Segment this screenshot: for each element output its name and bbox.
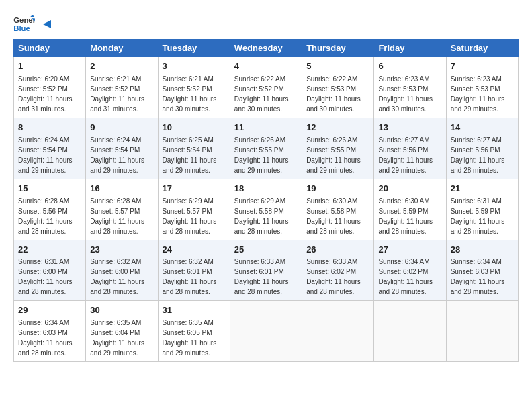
day-info: Sunrise: 6:26 AM Sunset: 5:55 PM Dayligh…	[306, 135, 369, 175]
day-info: Sunrise: 6:33 AM Sunset: 6:01 PM Dayligh…	[234, 257, 298, 297]
day-number: 21	[451, 183, 514, 195]
calendar-cell: 10Sunrise: 6:25 AM Sunset: 5:54 PM Dayli…	[158, 118, 230, 179]
day-info: Sunrise: 6:25 AM Sunset: 5:54 PM Dayligh…	[163, 135, 226, 175]
day-info: Sunrise: 6:23 AM Sunset: 5:53 PM Dayligh…	[378, 74, 441, 114]
day-info: Sunrise: 6:24 AM Sunset: 5:54 PM Dayligh…	[18, 135, 81, 175]
calendar-week-row: 1Sunrise: 6:20 AM Sunset: 5:52 PM Daylig…	[14, 57, 519, 118]
calendar-cell: 29Sunrise: 6:34 AM Sunset: 6:03 PM Dayli…	[14, 301, 86, 362]
day-info: Sunrise: 6:34 AM Sunset: 6:02 PM Dayligh…	[378, 257, 441, 297]
day-number: 18	[234, 183, 298, 195]
day-number: 4	[234, 60, 298, 73]
day-info: Sunrise: 6:29 AM Sunset: 5:58 PM Dayligh…	[234, 196, 298, 236]
day-number: 26	[306, 244, 369, 257]
calendar-week-row: 22Sunrise: 6:31 AM Sunset: 6:00 PM Dayli…	[14, 240, 519, 301]
calendar-cell: 31Sunrise: 6:35 AM Sunset: 6:05 PM Dayli…	[158, 301, 230, 362]
col-header-saturday: Saturday	[446, 40, 518, 57]
calendar-week-row: 8Sunrise: 6:24 AM Sunset: 5:54 PM Daylig…	[14, 118, 519, 179]
svg-text:General: General	[13, 16, 35, 24]
calendar-cell: 6Sunrise: 6:23 AM Sunset: 5:53 PM Daylig…	[374, 57, 446, 118]
day-info: Sunrise: 6:27 AM Sunset: 5:56 PM Dayligh…	[451, 135, 514, 175]
day-number: 8	[18, 122, 81, 134]
calendar-cell: 3Sunrise: 6:21 AM Sunset: 5:52 PM Daylig…	[158, 57, 230, 118]
day-number: 28	[451, 244, 514, 257]
calendar-cell: 22Sunrise: 6:31 AM Sunset: 6:00 PM Dayli…	[14, 240, 86, 301]
logo-chevron-icon	[40, 17, 54, 31]
calendar-cell: 12Sunrise: 6:26 AM Sunset: 5:55 PM Dayli…	[302, 118, 374, 179]
day-number: 24	[163, 244, 226, 257]
day-number: 11	[234, 122, 298, 134]
calendar-cell	[374, 301, 446, 362]
day-number: 2	[90, 60, 153, 73]
day-number: 5	[306, 60, 369, 73]
day-info: Sunrise: 6:31 AM Sunset: 6:00 PM Dayligh…	[18, 257, 81, 297]
day-info: Sunrise: 6:28 AM Sunset: 5:57 PM Dayligh…	[90, 196, 153, 236]
col-header-tuesday: Tuesday	[158, 40, 230, 57]
day-number: 17	[163, 183, 226, 195]
day-number: 9	[90, 122, 153, 134]
day-number: 14	[451, 122, 514, 134]
header: General Blue	[13, 12, 519, 34]
day-number: 16	[90, 183, 153, 195]
day-number: 12	[306, 122, 369, 134]
calendar-cell: 11Sunrise: 6:26 AM Sunset: 5:55 PM Dayli…	[230, 118, 302, 179]
day-info: Sunrise: 6:33 AM Sunset: 6:02 PM Dayligh…	[306, 257, 369, 297]
calendar-cell: 4Sunrise: 6:22 AM Sunset: 5:52 PM Daylig…	[230, 57, 302, 118]
day-info: Sunrise: 6:32 AM Sunset: 6:01 PM Dayligh…	[163, 257, 226, 297]
calendar-cell: 20Sunrise: 6:30 AM Sunset: 5:59 PM Dayli…	[374, 179, 446, 240]
day-info: Sunrise: 6:22 AM Sunset: 5:53 PM Dayligh…	[306, 74, 369, 114]
day-number: 23	[90, 244, 153, 257]
svg-marker-4	[43, 20, 51, 28]
day-info: Sunrise: 6:29 AM Sunset: 5:57 PM Dayligh…	[163, 196, 226, 236]
day-info: Sunrise: 6:31 AM Sunset: 5:59 PM Dayligh…	[451, 196, 514, 236]
calendar-cell: 15Sunrise: 6:28 AM Sunset: 5:56 PM Dayli…	[14, 179, 86, 240]
col-header-thursday: Thursday	[302, 40, 374, 57]
col-header-sunday: Sunday	[14, 40, 86, 57]
day-number: 29	[18, 304, 81, 317]
day-info: Sunrise: 6:27 AM Sunset: 5:56 PM Dayligh…	[378, 135, 441, 175]
day-number: 19	[306, 183, 369, 195]
calendar-cell: 27Sunrise: 6:34 AM Sunset: 6:02 PM Dayli…	[374, 240, 446, 301]
day-info: Sunrise: 6:30 AM Sunset: 5:58 PM Dayligh…	[306, 196, 369, 236]
calendar-cell: 2Sunrise: 6:21 AM Sunset: 5:52 PM Daylig…	[86, 57, 158, 118]
calendar-cell: 5Sunrise: 6:22 AM Sunset: 5:53 PM Daylig…	[302, 57, 374, 118]
calendar-cell: 18Sunrise: 6:29 AM Sunset: 5:58 PM Dayli…	[230, 179, 302, 240]
day-number: 13	[378, 122, 441, 134]
col-header-friday: Friday	[374, 40, 446, 57]
calendar-header-row: SundayMondayTuesdayWednesdayThursdayFrid…	[14, 40, 519, 57]
page: General Blue SundayMondayTuesdayWednesda…	[0, 0, 532, 411]
logo-icon: General Blue	[13, 15, 35, 34]
calendar-cell	[302, 301, 374, 362]
day-number: 27	[378, 244, 441, 257]
calendar-cell	[230, 301, 302, 362]
day-info: Sunrise: 6:35 AM Sunset: 6:05 PM Dayligh…	[163, 318, 226, 358]
calendar-cell: 14Sunrise: 6:27 AM Sunset: 5:56 PM Dayli…	[446, 118, 518, 179]
day-info: Sunrise: 6:21 AM Sunset: 5:52 PM Dayligh…	[90, 74, 153, 114]
logo: General Blue	[13, 15, 54, 34]
day-number: 30	[90, 304, 153, 317]
calendar-cell: 16Sunrise: 6:28 AM Sunset: 5:57 PM Dayli…	[86, 179, 158, 240]
calendar-week-row: 29Sunrise: 6:34 AM Sunset: 6:03 PM Dayli…	[14, 301, 519, 362]
calendar-cell: 28Sunrise: 6:34 AM Sunset: 6:03 PM Dayli…	[446, 240, 518, 301]
svg-text:Blue: Blue	[13, 24, 30, 32]
calendar-cell	[446, 301, 518, 362]
day-info: Sunrise: 6:32 AM Sunset: 6:00 PM Dayligh…	[90, 257, 153, 297]
day-info: Sunrise: 6:30 AM Sunset: 5:59 PM Dayligh…	[378, 196, 441, 236]
day-info: Sunrise: 6:23 AM Sunset: 5:53 PM Dayligh…	[451, 74, 514, 114]
day-info: Sunrise: 6:34 AM Sunset: 6:03 PM Dayligh…	[451, 257, 514, 297]
calendar-week-row: 15Sunrise: 6:28 AM Sunset: 5:56 PM Dayli…	[14, 179, 519, 240]
calendar-cell: 23Sunrise: 6:32 AM Sunset: 6:00 PM Dayli…	[86, 240, 158, 301]
calendar-cell: 1Sunrise: 6:20 AM Sunset: 5:52 PM Daylig…	[14, 57, 86, 118]
calendar-cell: 19Sunrise: 6:30 AM Sunset: 5:58 PM Dayli…	[302, 179, 374, 240]
day-info: Sunrise: 6:35 AM Sunset: 6:04 PM Dayligh…	[90, 318, 153, 358]
calendar-table: SundayMondayTuesdayWednesdayThursdayFrid…	[13, 39, 519, 362]
day-info: Sunrise: 6:34 AM Sunset: 6:03 PM Dayligh…	[18, 318, 81, 358]
col-header-wednesday: Wednesday	[230, 40, 302, 57]
day-number: 10	[163, 122, 226, 134]
day-info: Sunrise: 6:28 AM Sunset: 5:56 PM Dayligh…	[18, 196, 81, 236]
calendar-cell: 30Sunrise: 6:35 AM Sunset: 6:04 PM Dayli…	[86, 301, 158, 362]
calendar-cell: 21Sunrise: 6:31 AM Sunset: 5:59 PM Dayli…	[446, 179, 518, 240]
day-number: 22	[18, 244, 81, 257]
calendar-cell: 13Sunrise: 6:27 AM Sunset: 5:56 PM Dayli…	[374, 118, 446, 179]
day-number: 20	[378, 183, 441, 195]
day-number: 31	[163, 304, 226, 317]
